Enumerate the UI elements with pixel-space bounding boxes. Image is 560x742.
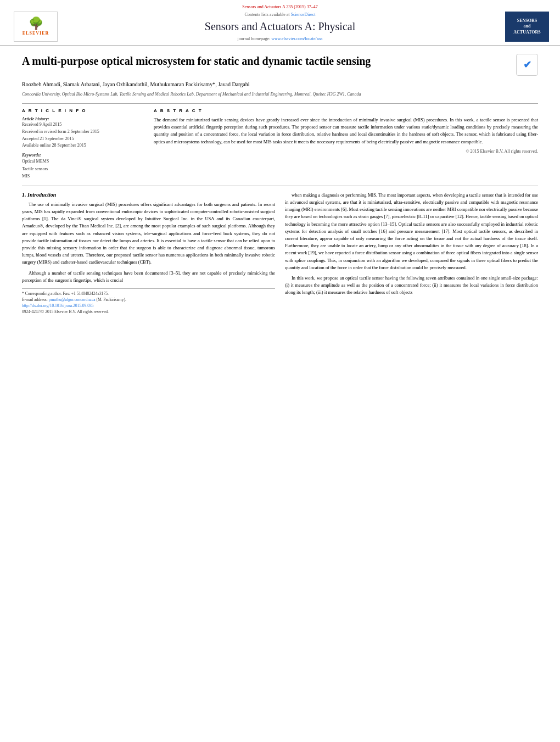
kw2: Tactile sensors xyxy=(22,165,143,173)
received-date: Received 9 April 2015 xyxy=(22,121,143,129)
intro-left-col: 1. Introduction The use of minimally inv… xyxy=(22,192,275,315)
crossmark-badge[interactable]: ✔ xyxy=(516,54,538,76)
homepage-line: journal homepage: www.elsevier.com/locat… xyxy=(71,36,489,41)
crossmark-icon: ✔ xyxy=(523,59,531,71)
two-col-body: 1. Introduction The use of minimally inv… xyxy=(22,186,538,315)
abstract-heading: A B S T R A C T xyxy=(154,108,538,113)
intro-right-body: when making a diagnosis or performing MI… xyxy=(285,192,538,296)
email-suffix: (M. Packirisamy). xyxy=(96,297,126,302)
header-center: Contents lists available at ScienceDirec… xyxy=(60,12,500,41)
article-history: Article history: Received 9 April 2015 R… xyxy=(22,116,143,149)
sensors-logo-text1: SENSORS and ACTUATORS xyxy=(513,18,541,35)
elsevier-logo: 🌳 ELSEVIER xyxy=(11,12,60,42)
intro-right-para2: In this work, we propose an optical tact… xyxy=(285,275,538,297)
email-link[interactable]: pmuthu@algor.concordia.ca xyxy=(49,297,96,302)
keywords-label: Keywords: xyxy=(22,153,143,158)
article-title: A multi-purpose optical microsystem for … xyxy=(22,54,516,68)
abstract-col: A B S T R A C T The demand for miniaturi… xyxy=(154,108,538,180)
doi-link[interactable]: http://dx.doi.org/10.1016/j.sna.2015.09.… xyxy=(22,303,94,308)
kw1: Optical MEMS xyxy=(22,158,143,165)
corresponding-author: * Corresponding author. Fax: +1 51484824… xyxy=(22,291,275,296)
elsevier-tree-icon: 🌳 xyxy=(29,18,43,30)
article-info-col: A R T I C L E I N F O Article history: R… xyxy=(22,108,143,180)
copyright-line: © 2015 Elsevier B.V. All rights reserved… xyxy=(154,149,538,154)
sensors-logo: SENSORS and ACTUATORS xyxy=(500,12,549,42)
email-line: E-mail address: pmuthu@algor.concordia.c… xyxy=(22,297,275,302)
header-main: 🌳 ELSEVIER Contents lists available at S… xyxy=(11,12,549,42)
two-col-info: A R T I C L E I N F O Article history: R… xyxy=(22,103,538,180)
footnotes: * Corresponding author. Fax: +1 51484824… xyxy=(22,288,275,314)
journal-citation: Sensors and Actuators A 235 (2015) 37–47 xyxy=(11,4,549,9)
kw3: MIS xyxy=(22,172,143,180)
journal-header: Sensors and Actuators A 235 (2015) 37–47… xyxy=(0,0,560,46)
authors: Roozbeh Ahmadi, Siamak Arbatani, Jayan O… xyxy=(22,80,538,89)
article-info-heading: A R T I C L E I N F O xyxy=(22,108,143,113)
abstract-text: The demand for miniaturized tactile sens… xyxy=(154,116,538,146)
intro-para1: The use of minimally invasive surgical (… xyxy=(22,201,275,266)
sciencedirect-link[interactable]: ScienceDirect xyxy=(291,12,316,17)
email-label: E-mail address: xyxy=(22,297,48,302)
article-area: A multi-purpose optical microsystem for … xyxy=(0,46,560,321)
elsevier-name: ELSEVIER xyxy=(23,31,49,36)
elsevier-logo-box: 🌳 ELSEVIER xyxy=(14,12,58,42)
article-title-row: A multi-purpose optical microsystem for … xyxy=(22,54,538,76)
author-ahmadi: Roozbeh Ahmadi, Siamak Arbatani, Jayan O… xyxy=(22,81,150,87)
accepted-date: Accepted 21 September 2015 xyxy=(22,136,143,143)
intro-right-para1: when making a diagnosis or performing MI… xyxy=(285,192,538,271)
author-dargahi: , Javad Dargahi xyxy=(215,81,249,87)
revised-date: Received in revised form 2 September 201… xyxy=(22,129,143,136)
sensors-logo-box: SENSORS and ACTUATORS xyxy=(505,12,549,42)
intro-body: The use of minimally invasive surgical (… xyxy=(22,201,275,284)
affiliations: Concordia University, Optical Bio Micro-… xyxy=(22,91,538,98)
issn-line: 0924-4247/© 2015 Elsevier B.V. All right… xyxy=(22,309,275,314)
intro-right-col: when making a diagnosis or performing MI… xyxy=(285,192,538,315)
intro-heading: 1. Introduction xyxy=(22,192,275,198)
intro-para2: Although a number of tactile sensing tec… xyxy=(22,270,275,284)
keywords-section: Keywords: Optical MEMS Tactile sensors M… xyxy=(22,153,143,180)
journal-title: Sensors and Actuators A: Physical xyxy=(71,20,489,33)
page: Sensors and Actuators A 235 (2015) 37–47… xyxy=(0,0,560,742)
author-packirisamy: Muthukumaran Packirisamy* xyxy=(150,81,216,87)
contents-list-line: Contents lists available at ScienceDirec… xyxy=(71,12,489,17)
online-date: Available online 28 September 2015 xyxy=(22,142,143,149)
history-label: Article history: xyxy=(22,116,143,121)
homepage-link[interactable]: www.elsevier.com/locate/sna xyxy=(271,36,322,41)
